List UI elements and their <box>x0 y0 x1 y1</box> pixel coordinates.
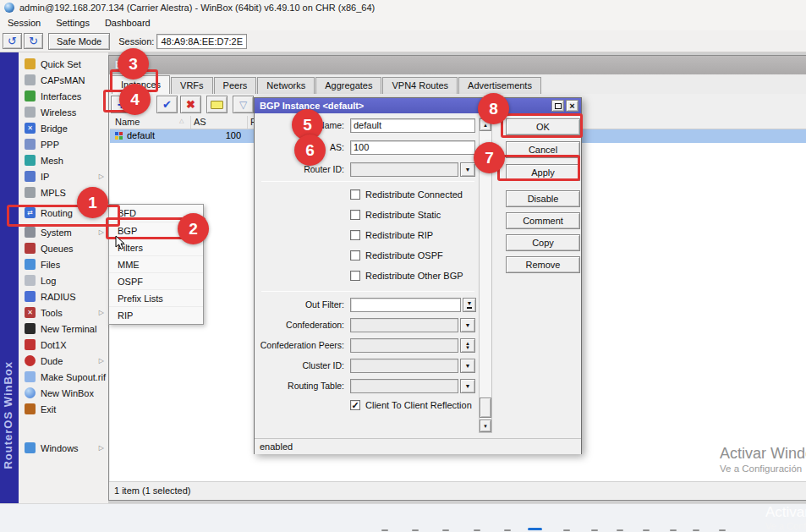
redistribute-ospf-checkbox[interactable] <box>350 250 360 261</box>
redistribute-rip-checkbox[interactable] <box>350 230 360 240</box>
routing-table-dropdown[interactable]: ▼ <box>460 379 475 393</box>
sidebar-item-queues[interactable]: Queues <box>19 240 108 256</box>
column-header-name[interactable]: Name <box>115 117 140 127</box>
tab-aggregates[interactable]: Aggregates <box>315 77 381 94</box>
tab-peers[interactable]: Peers <box>214 77 257 94</box>
window-title: admin@192.168.207.134 (Carrier Alestra) … <box>19 3 375 13</box>
confederation-peers-label: Confederation Peers: <box>260 338 344 353</box>
sidebar-item-mesh[interactable]: Mesh <box>19 152 108 168</box>
redistribute-other-bgp-checkbox[interactable] <box>350 271 360 281</box>
sidebar-item-quick-set[interactable]: Quick Set <box>19 56 108 72</box>
column-header-as[interactable]: AS <box>194 117 206 127</box>
scroll-down-button[interactable]: ▼ <box>480 420 491 432</box>
sidebar-item-tools[interactable]: ✕Tools▷ <box>19 304 108 321</box>
funnel-icon: ▽ <box>239 99 247 111</box>
enable-button[interactable]: ✔ <box>156 96 178 113</box>
cluster-id-field[interactable] <box>350 359 458 373</box>
windows-item-icon <box>25 442 36 453</box>
chevron-down-icon: ▼ <box>465 167 471 172</box>
tab-vrfs[interactable]: VRFs <box>171 77 213 94</box>
close-icon: × <box>569 101 574 111</box>
confederation-peers-stepper[interactable]: ▲▼ <box>460 338 475 353</box>
router-id-dropdown[interactable]: ▼ <box>460 162 475 177</box>
sidebar-item-new-terminal[interactable]: New Terminal <box>19 321 108 337</box>
confederation-peers-field[interactable] <box>350 338 458 353</box>
disable-instance-button[interactable]: Disable <box>506 190 580 207</box>
out-filter-field[interactable] <box>350 298 461 312</box>
comment-instance-button[interactable]: Comment <box>506 212 580 229</box>
chevron-down-icon: ▼ <box>465 323 471 327</box>
submenu-arrow-icon: ▷ <box>99 173 108 180</box>
sidebar-item-ppp[interactable]: PPP <box>19 136 108 152</box>
redistribute-static-label: Redistribute Static <box>365 209 441 221</box>
filter-button[interactable]: ▽ <box>233 96 254 113</box>
sidebar-item-exit[interactable]: Exit <box>19 401 108 417</box>
sidebar-item-interfaces[interactable]: Interfaces <box>19 88 108 104</box>
tab-advertisements[interactable]: Advertisements <box>458 77 541 94</box>
cluster-id-dropdown[interactable]: ▼ <box>460 359 475 373</box>
client-reflection-checkbox[interactable]: ✓ <box>350 400 360 410</box>
close-button[interactable]: × <box>566 100 578 112</box>
sidebar-item-capsman[interactable]: CAPsMAN <box>19 72 108 88</box>
sidebar-item-make-supout[interactable]: Make Supout.rif <box>19 369 108 385</box>
out-filter-dropdown[interactable]: ▼ <box>463 298 476 312</box>
running-indicator <box>643 529 650 531</box>
sidebar-item-dot1x[interactable]: Dot1X <box>19 337 108 353</box>
instance-icon <box>115 132 123 140</box>
submenu-item-rip[interactable]: RIP <box>109 306 203 323</box>
highlight-box-apply-button <box>497 155 580 181</box>
window-titlebar: admin@192.168.207.134 (Carrier Alestra) … <box>0 0 806 15</box>
undo-button[interactable]: ↺ <box>3 33 22 49</box>
name-field[interactable]: default <box>350 118 475 133</box>
submenu-item-mme[interactable]: MME <box>109 255 203 272</box>
active-app-indicator <box>528 528 542 530</box>
confederation-field[interactable] <box>350 318 458 332</box>
scrollbar-thumb[interactable] <box>480 398 491 418</box>
redistribute-static-checkbox[interactable] <box>350 210 360 220</box>
remove-button[interactable]: Remove <box>506 256 580 273</box>
running-indicator <box>381 529 388 531</box>
log-icon <box>25 275 36 286</box>
sidebar-item-dude[interactable]: Dude▷ <box>19 353 108 369</box>
winbox-screen: admin@192.168.207.134 (Carrier Alestra) … <box>0 0 806 532</box>
row-as-cell: 100 <box>190 130 241 140</box>
sidebar-item-radius[interactable]: RADIUS <box>19 288 108 304</box>
step-circle-3: 3 <box>118 48 149 80</box>
column-divider[interactable] <box>190 116 191 129</box>
as-field[interactable]: 100 <box>350 140 475 155</box>
sidebar-item-ip[interactable]: IP▷ <box>19 168 108 184</box>
sidebar-item-new-winbox[interactable]: New WinBox <box>19 385 108 401</box>
sidebar-item-windows[interactable]: Windows▷ <box>19 440 108 456</box>
routing-table-field[interactable] <box>350 379 458 393</box>
sidebar-item-bridge[interactable]: ✕Bridge <box>19 120 108 136</box>
check-icon: ✔ <box>162 98 172 111</box>
sidebar-item-log[interactable]: Log <box>19 272 108 288</box>
tab-vpn4-routes[interactable]: VPN4 Routes <box>382 77 458 94</box>
redo-button[interactable]: ↻ <box>24 33 43 49</box>
submenu-item-ospf[interactable]: OSPF <box>109 272 203 289</box>
comment-button[interactable] <box>206 96 228 113</box>
running-indicator <box>617 529 623 531</box>
running-indicator <box>693 529 699 531</box>
activate-windows-watermark-taskbar: Activar Windows <box>765 504 806 521</box>
column-divider[interactable] <box>247 116 248 129</box>
sidebar-item-files[interactable]: Files <box>19 256 108 272</box>
copy-button[interactable]: Copy <box>506 234 580 251</box>
chevron-down-icon: ▼ <box>465 364 471 368</box>
menu-settings[interactable]: Settings <box>48 16 97 30</box>
submenu-item-prefix-lists[interactable]: Prefix Lists <box>109 289 203 306</box>
disable-button[interactable]: ✖ <box>180 96 201 113</box>
submenu-arrow-icon: ▷ <box>99 444 108 452</box>
redistribute-connected-checkbox[interactable] <box>350 189 360 200</box>
bgp-window-titlebar[interactable]: BGP <box>109 56 806 74</box>
menu-session[interactable]: Session <box>0 16 48 30</box>
safe-mode-button[interactable]: Safe Mode <box>48 33 110 50</box>
redistribute-rip-label: Redistribute RIP <box>365 229 433 241</box>
confederation-dropdown[interactable]: ▼ <box>460 318 475 332</box>
menu-dashboard[interactable]: Dashboard <box>97 16 158 30</box>
router-id-field[interactable] <box>350 162 458 177</box>
maximize-button[interactable] <box>551 100 564 112</box>
session-field[interactable]: 48:A9:8A:EE:D7:2E <box>156 34 247 49</box>
tab-networks[interactable]: Networks <box>257 77 315 94</box>
sidebar-item-wireless[interactable]: Wireless <box>19 104 108 120</box>
